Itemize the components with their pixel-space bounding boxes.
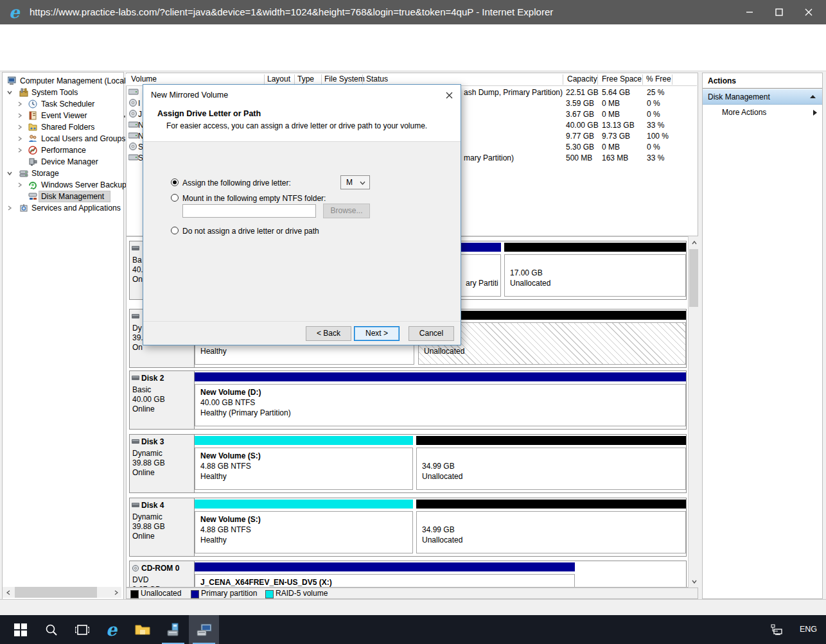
chevron-right-icon[interactable] bbox=[6, 205, 13, 211]
mmc-titlebar: Computer Management bbox=[0, 24, 826, 40]
column-divider bbox=[597, 74, 598, 85]
drive-letter-select[interactable]: M bbox=[340, 175, 370, 189]
back-button[interactable]: < Back bbox=[306, 326, 351, 341]
chevron-right-icon[interactable] bbox=[17, 147, 23, 153]
scroll-right-arrow[interactable] bbox=[110, 587, 121, 598]
tree-item-system-tools[interactable]: System Tools bbox=[3, 87, 122, 98]
disk4-volume-s[interactable]: New Volume (S:) 4.88 GB NTFS Healthy bbox=[195, 498, 413, 556]
disk4-state: Online bbox=[132, 532, 155, 541]
column-pct-free[interactable]: % Free bbox=[646, 74, 671, 85]
column-divider bbox=[294, 74, 295, 85]
disk3-unallocated[interactable]: 34.99 GB Unallocated bbox=[416, 435, 686, 492]
scrollbar-thumb[interactable] bbox=[689, 249, 698, 307]
task-view-button[interactable] bbox=[67, 615, 97, 644]
column-capacity[interactable]: Capacity bbox=[567, 74, 597, 85]
unallocated-band bbox=[504, 243, 686, 252]
task-view-icon bbox=[75, 624, 89, 636]
volume-pct-free: 0 % bbox=[647, 142, 660, 152]
event-viewer-icon bbox=[28, 111, 37, 120]
browser-titlebar: e https://www.practice-labs.com/?client=… bbox=[0, 0, 826, 24]
tree-item-computer-management[interactable]: Computer Management (Local bbox=[3, 75, 122, 87]
disk2-volume-d[interactable]: New Volume (D:) 40.00 GB NTFS Healthy (P… bbox=[195, 371, 686, 429]
browser-maximize-button[interactable] bbox=[764, 0, 794, 24]
tree-item-shared-folders[interactable]: Shared Folders bbox=[3, 121, 122, 133]
volume-status: Healthy (Primary Partition) bbox=[200, 408, 291, 417]
local-users-icon bbox=[28, 134, 37, 143]
scroll-left-arrow[interactable] bbox=[3, 587, 13, 598]
disk0-unallocated[interactable]: 17.00 GB Unallocated bbox=[504, 241, 686, 299]
collapse-arrow-icon[interactable] bbox=[810, 95, 816, 99]
actions-pane: Actions Disk Management More Actions bbox=[702, 73, 823, 599]
dialog-close-button[interactable] bbox=[443, 89, 455, 101]
actions-more-actions[interactable]: More Actions bbox=[703, 105, 822, 120]
legend-swatch-primary bbox=[191, 590, 199, 598]
volume-title: New Volume (S:) bbox=[200, 515, 261, 524]
internet-explorer-icon: e bbox=[106, 620, 117, 640]
new-mirrored-volume-dialog: New Mirrored Volume Assign Drive Letter … bbox=[143, 84, 461, 345]
column-divider bbox=[362, 74, 363, 85]
taskbar-search-button[interactable] bbox=[36, 615, 66, 644]
radio-assign-drive-letter[interactable] bbox=[171, 178, 179, 186]
radio-mount-ntfs-folder[interactable] bbox=[171, 194, 179, 202]
chevron-down-icon[interactable] bbox=[6, 170, 13, 177]
tree-item-windows-server-backup[interactable]: Windows Server Backup bbox=[3, 179, 122, 191]
disk2-row[interactable]: Disk 2 Basic 40.00 GB Online New Volume … bbox=[129, 370, 687, 430]
network-status-icon[interactable] bbox=[771, 624, 784, 635]
tree-item-device-manager[interactable]: Device Manager bbox=[3, 156, 122, 168]
disk1-volume-status: Healthy bbox=[200, 347, 227, 356]
scroll-down-arrow[interactable] bbox=[689, 576, 699, 587]
taskbar-server-manager[interactable] bbox=[158, 615, 188, 644]
tree-item-performance[interactable]: Performance bbox=[3, 144, 122, 156]
volume-capacity: 3.59 GB bbox=[566, 98, 594, 109]
tree-item-local-users-and-groups[interactable]: Local Users and Groups bbox=[3, 133, 122, 144]
browser-close-button[interactable] bbox=[794, 0, 823, 24]
scroll-up-arrow[interactable] bbox=[689, 237, 699, 248]
disk3-label: Disk 3 Dynamic 39.88 GB Online bbox=[130, 435, 195, 492]
cdrom0-row[interactable]: CD-ROM 0 DVD 3.67 GB J_CENA_X64FREV_EN-U… bbox=[129, 561, 687, 587]
primary-partition-band bbox=[195, 372, 686, 381]
chevron-right-icon[interactable] bbox=[17, 112, 23, 119]
volume-free-space: 0 MB bbox=[602, 142, 620, 152]
chevron-right-icon[interactable] bbox=[17, 182, 23, 188]
actions-group-disk-management[interactable]: Disk Management bbox=[703, 89, 822, 105]
tree-item-services-and-applications[interactable]: Services and Applications bbox=[3, 202, 122, 214]
chevron-right-icon[interactable] bbox=[17, 124, 23, 130]
tree-item-storage[interactable]: Storage bbox=[3, 168, 122, 179]
disk3-size: 39.88 GB bbox=[132, 458, 165, 467]
tree-horizontal-scrollbar[interactable] bbox=[3, 587, 121, 598]
cd-volume-icon bbox=[128, 99, 139, 107]
volume-status: mary Partition) bbox=[464, 153, 514, 163]
disk4-row[interactable]: Disk 4 Dynamic 39.88 GB Online New Volum… bbox=[129, 498, 687, 557]
disk4-unallocated[interactable]: 34.99 GB Unallocated bbox=[416, 498, 686, 556]
taskbar-internet-explorer[interactable]: e bbox=[96, 615, 127, 644]
scrollbar-thumb[interactable] bbox=[15, 587, 97, 598]
radio-no-drive-letter[interactable] bbox=[171, 227, 179, 234]
next-button[interactable]: Next > bbox=[354, 326, 400, 341]
browser-minimize-button[interactable] bbox=[735, 0, 764, 24]
search-icon bbox=[45, 623, 58, 636]
disk3-volume-s[interactable]: New Volume (S:) 4.88 GB NTFS Healthy bbox=[195, 435, 413, 492]
tree-item-event-viewer[interactable]: Event Viewer bbox=[3, 110, 122, 121]
tree-item-disk-management[interactable]: Disk Management bbox=[3, 191, 122, 202]
task-scheduler-icon bbox=[28, 100, 37, 109]
tree-item-task-scheduler[interactable]: Task Scheduler bbox=[3, 98, 122, 110]
cdrom0-media[interactable]: J_CENA_X64FREV_EN-US_DV5 (X:) bbox=[195, 561, 575, 587]
taskbar-computer-management[interactable] bbox=[189, 615, 219, 644]
disk-icon bbox=[132, 245, 140, 251]
column-free-space[interactable]: Free Space bbox=[602, 74, 642, 85]
volume-name-fragment: I bbox=[138, 98, 140, 109]
graph-vertical-scrollbar[interactable] bbox=[688, 236, 699, 587]
chevron-down-icon[interactable] bbox=[6, 89, 13, 96]
disk-icon bbox=[132, 502, 140, 508]
volume-capacity: 22.51 GB bbox=[566, 87, 599, 98]
language-indicator[interactable]: ENG bbox=[800, 615, 817, 644]
browse-button[interactable]: Browse... bbox=[323, 204, 370, 218]
column-divider bbox=[563, 74, 563, 85]
taskbar-file-explorer[interactable] bbox=[127, 615, 157, 644]
cancel-button[interactable]: Cancel bbox=[409, 326, 454, 341]
disk3-row[interactable]: Disk 3 Dynamic 39.88 GB Online New Volum… bbox=[129, 434, 687, 493]
chevron-right-icon[interactable] bbox=[17, 101, 23, 107]
chevron-right-icon[interactable] bbox=[17, 135, 23, 142]
mount-path-input[interactable] bbox=[182, 204, 316, 218]
start-button[interactable] bbox=[5, 615, 35, 644]
